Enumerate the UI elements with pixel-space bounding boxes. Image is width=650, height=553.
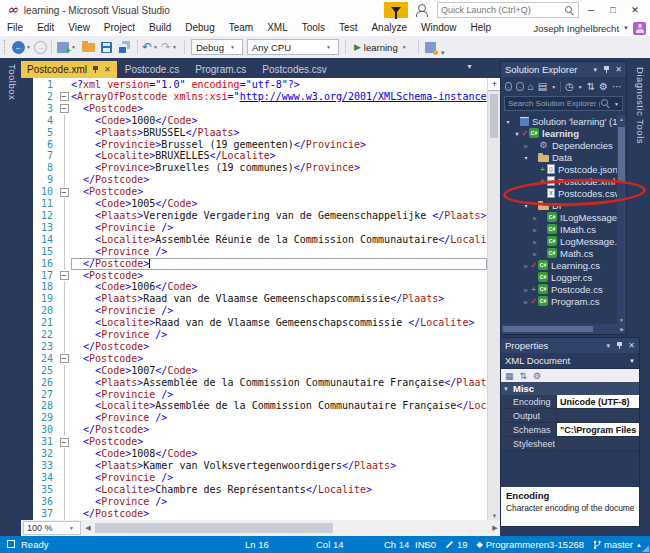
sync-with-active-document-icon[interactable]: ⇅ bbox=[587, 82, 595, 92]
chevron-collapsed-icon[interactable]: ▹ bbox=[522, 262, 530, 269]
account-area[interactable]: Joseph Inghelbrecht ▼ bbox=[533, 20, 646, 36]
quick-launch-input[interactable] bbox=[438, 5, 564, 15]
menu-help[interactable]: Help bbox=[464, 20, 499, 36]
fold-margin[interactable] bbox=[57, 448, 71, 460]
property-row-encoding[interactable]: EncodingUnicode (UTF-8) bbox=[501, 395, 639, 409]
code-line-34[interactable]: 34 <Provincie /> bbox=[33, 472, 487, 484]
fold-margin[interactable] bbox=[57, 484, 71, 496]
fold-margin[interactable] bbox=[57, 400, 71, 412]
save-icon[interactable] bbox=[101, 42, 112, 53]
code-line-28[interactable]: 28 <Localite>Assemblée de la Commission … bbox=[33, 400, 487, 412]
navigate-forward-button[interactable]: → bbox=[34, 41, 47, 54]
tree-item-postcode.xml[interactable]: +<>Postcode.xml bbox=[501, 175, 617, 187]
fold-margin[interactable]: − bbox=[57, 103, 71, 115]
tree-item-dependencies[interactable]: ▹⚙Dependencies bbox=[501, 139, 617, 151]
pin-icon[interactable] bbox=[616, 341, 623, 350]
solution-explorer-titlebar[interactable]: Solution Explorer ▼ ✕ bbox=[501, 62, 626, 77]
code-line-12[interactable]: 12 <Plaats>Verenigde Vergadering van de … bbox=[33, 210, 487, 222]
tree-item-postcodes.csv[interactable]: XPostcodes.csv bbox=[501, 187, 617, 199]
chevron-expanded-icon[interactable]: ▾ bbox=[504, 118, 512, 125]
save-all-icon[interactable] bbox=[118, 41, 130, 53]
fold-margin[interactable] bbox=[57, 341, 71, 353]
property-pages-wrench-icon[interactable]: ⚙ bbox=[533, 371, 541, 381]
menu-project[interactable]: Project bbox=[97, 20, 142, 36]
properties-gear-icon[interactable]: ⚙ bbox=[599, 82, 608, 92]
pending-edits[interactable]: 19 bbox=[445, 539, 468, 550]
switch-views-icon[interactable]: ▤ bbox=[538, 82, 547, 92]
tree-item-ilogmessage.cs[interactable]: ▹C#ILogMessage.cs bbox=[501, 211, 617, 223]
fold-margin[interactable]: − bbox=[57, 91, 71, 103]
diagnostic-tools-tab[interactable]: Diagnostic Tools bbox=[632, 67, 646, 144]
fold-margin[interactable] bbox=[57, 246, 71, 258]
properties-category-header[interactable]: ▼ Misc bbox=[501, 382, 639, 395]
vertical-scroll-thumb[interactable] bbox=[490, 94, 498, 138]
fold-margin[interactable] bbox=[57, 281, 71, 293]
fold-margin[interactable]: − bbox=[57, 436, 71, 448]
tab-program.cs[interactable]: Program.cs bbox=[187, 61, 254, 78]
fold-margin[interactable] bbox=[57, 389, 71, 401]
fold-margin[interactable] bbox=[57, 234, 71, 246]
code-line-3[interactable]: 3− <Postcode> bbox=[33, 103, 487, 115]
close-icon[interactable]: ✕ bbox=[615, 65, 622, 74]
fold-margin[interactable] bbox=[57, 329, 71, 341]
tree-item-logmessage.cs[interactable]: ▹C#LogMessage.cs bbox=[501, 235, 617, 247]
toolbar-misc-icon[interactable] bbox=[425, 42, 436, 53]
property-value[interactable]: "C:\Program Files (x bbox=[557, 423, 639, 436]
horizontal-scroll-thumb[interactable] bbox=[503, 326, 593, 332]
chevron-collapsed-icon[interactable]: ▹ bbox=[522, 298, 530, 305]
code-line-33[interactable]: 33 <Plaats>Kamer van Volksvertegenwoordi… bbox=[33, 460, 487, 472]
fold-margin[interactable]: − bbox=[57, 186, 71, 198]
code-line-27[interactable]: 27 <Provincie /> bbox=[33, 389, 487, 401]
code-line-25[interactable]: 25 <Code>1007</Code> bbox=[33, 365, 487, 377]
properties-object-dropdown[interactable]: XML Document ▼ bbox=[501, 353, 639, 369]
chevron-down-icon[interactable]: ▼ bbox=[26, 44, 31, 50]
collapse-box-icon[interactable]: − bbox=[60, 92, 69, 101]
chevron-down-icon[interactable]: ▼ bbox=[172, 44, 177, 50]
toolbar-overflow-icon[interactable]: ⋯ bbox=[612, 82, 622, 92]
tab-postcode.cs[interactable]: Postcode.cs bbox=[117, 61, 187, 78]
fold-margin[interactable] bbox=[57, 210, 71, 222]
fold-margin[interactable] bbox=[57, 198, 71, 210]
menu-tools[interactable]: Tools bbox=[295, 20, 332, 36]
fold-margin[interactable] bbox=[57, 79, 71, 91]
open-file-icon[interactable] bbox=[82, 43, 95, 52]
code-line-17[interactable]: 17− <Postcode> bbox=[33, 270, 487, 282]
close-button[interactable]: ✕ bbox=[624, 0, 646, 20]
property-value[interactable] bbox=[557, 437, 639, 450]
menu-test[interactable]: Test bbox=[332, 20, 364, 36]
code-line-4[interactable]: 4 <Code>1000</Code> bbox=[33, 115, 487, 127]
fold-margin[interactable]: − bbox=[57, 353, 71, 365]
code-line-30[interactable]: 30 </Postcode> bbox=[33, 424, 487, 436]
notifications-flag-button[interactable] bbox=[384, 2, 408, 18]
menu-xml[interactable]: XML bbox=[260, 20, 295, 36]
code-line-6[interactable]: 6 <Provincie>Brussel (19 gemeenten)</Pro… bbox=[33, 139, 487, 151]
property-value[interactable] bbox=[557, 409, 639, 422]
menu-team[interactable]: Team bbox=[222, 20, 260, 36]
maximize-button[interactable]: □ bbox=[602, 0, 624, 20]
fold-margin[interactable] bbox=[57, 222, 71, 234]
chevron-down-icon[interactable]: ▼ bbox=[71, 44, 76, 50]
tree-item-postcode.json[interactable]: +{}Postcode.json bbox=[501, 163, 617, 175]
tree-vertical-scrollbar[interactable]: ▲ ▼ bbox=[617, 115, 626, 324]
fold-margin[interactable] bbox=[57, 174, 71, 186]
code-line-35[interactable]: 35 <Localite>Chambre des Représentants</… bbox=[33, 484, 487, 496]
code-line-19[interactable]: 19 <Plaats>Raad van de Vlaamse Gemeensch… bbox=[33, 293, 487, 305]
property-row-schemas[interactable]: Schemas"C:\Program Files (x bbox=[501, 423, 639, 437]
resize-grip-icon[interactable]: ◢ bbox=[642, 544, 649, 553]
collapse-box-icon[interactable]: − bbox=[60, 271, 69, 280]
pin-icon[interactable] bbox=[603, 65, 610, 74]
chevron-down-icon[interactable]: ▼ bbox=[592, 67, 598, 73]
editor-horizontal-scrollbar[interactable]: ◀ ▶ bbox=[83, 520, 500, 536]
collapse-box-icon[interactable]: − bbox=[60, 104, 69, 113]
tree-item-math.cs[interactable]: ▹C#Math.cs bbox=[501, 247, 617, 259]
fold-margin[interactable] bbox=[57, 412, 71, 424]
alphabetical-icon[interactable]: ⇅ bbox=[520, 371, 528, 381]
fold-margin[interactable] bbox=[57, 424, 71, 436]
code-line-29[interactable]: 29 <Province /> bbox=[33, 412, 487, 424]
chevron-collapsed-icon[interactable]: ▹ bbox=[531, 250, 539, 257]
chevron-expanded-icon[interactable]: ▾ bbox=[513, 130, 521, 137]
toolbox-tab[interactable]: Toolbox bbox=[4, 64, 18, 100]
editor-vertical-scrollbar[interactable]: + ▼ bbox=[487, 78, 500, 520]
collapse-box-icon[interactable]: − bbox=[60, 188, 69, 197]
solution-explorer-search-box[interactable]: Search Solution Explorer (Ctrl+$) ▼ bbox=[504, 96, 623, 111]
